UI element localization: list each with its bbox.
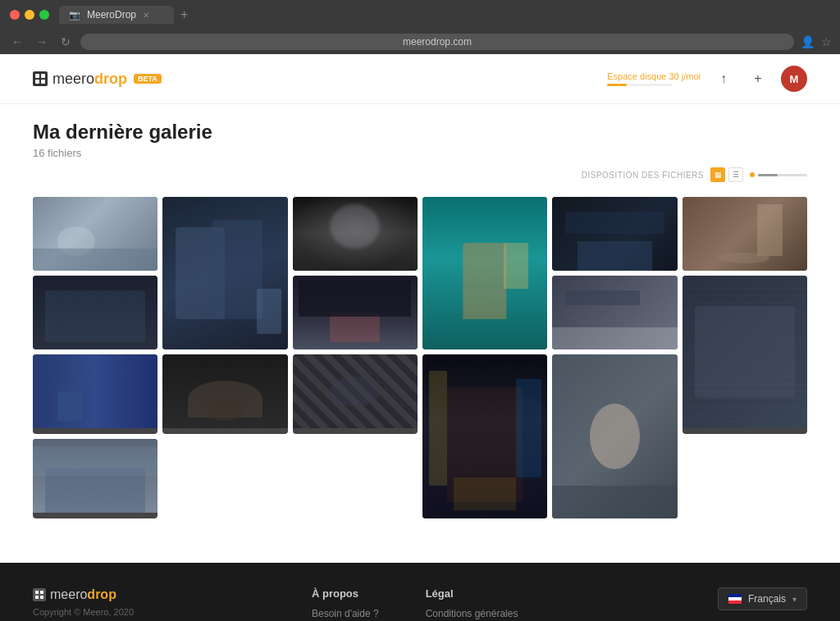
forward-button[interactable]: → (33, 34, 51, 50)
back-button[interactable]: ← (8, 34, 26, 50)
logo-text: meerodrop (52, 71, 127, 88)
footer-col1-heading: À propos (312, 587, 385, 600)
flag-icon-france (728, 594, 742, 604)
footer-links: À propos Besoin d'aide ? Découvrir Meero… (312, 587, 540, 621)
browser-titlebar: 📷 MeeroDrop ✕ + (0, 0, 840, 30)
svg-rect-1 (41, 74, 45, 78)
svg-rect-0 (35, 74, 39, 78)
zoom-slider[interactable] (758, 174, 807, 176)
footer-link-conditions[interactable]: Conditions générales (426, 608, 540, 619)
browser-dots (10, 10, 49, 20)
disposition-bar: DISPOSITION DES FICHIERS ▦ ☰ (0, 167, 840, 189)
footer-logo: meerodrop (33, 587, 134, 602)
disposition-icons: ▦ ☰ (710, 167, 743, 182)
chevron-down-icon: ▾ (792, 595, 797, 604)
gallery-item[interactable] (33, 276, 158, 349)
footer-brand: meerodrop Copyright © Meero, 2020 (33, 587, 134, 617)
footer-link-aide[interactable]: Besoin d'aide ? (312, 608, 385, 619)
avatar[interactable]: M (781, 66, 807, 92)
logo-meero: meero (52, 71, 94, 87)
storage-bar-fill (607, 84, 627, 86)
gallery-item[interactable] (682, 276, 807, 434)
gallery-item[interactable] (162, 354, 287, 434)
footer-copyright: Copyright © Meero, 2020 (33, 607, 134, 617)
site-footer: meerodrop Copyright © Meero, 2020 À prop… (0, 563, 840, 621)
tab-close-icon[interactable]: ✕ (143, 11, 149, 20)
gallery-item[interactable] (422, 354, 547, 518)
new-tab-button[interactable]: + (180, 7, 188, 22)
upload-icon: ↑ (720, 71, 727, 86)
tab-title: MeeroDrop (87, 9, 136, 21)
gallery-item[interactable] (33, 354, 158, 434)
add-button[interactable]: + (746, 67, 769, 90)
gallery-item[interactable] (422, 197, 547, 349)
storage-info: Espace disque 30 j/moi (607, 71, 701, 86)
logo-container: meerodrop BETA (33, 71, 162, 88)
footer-col-apropos: À propos Besoin d'aide ? Découvrir Meero… (312, 587, 385, 621)
footer-col-legal: Légal Conditions générales Mentions léga… (426, 587, 540, 621)
header-right: Espace disque 30 j/moi ↑ + M (607, 66, 807, 92)
plus-icon: + (754, 71, 761, 86)
page-wrapper: meerodrop BETA Espace disque 30 j/moi ↑ … (0, 54, 840, 563)
svg-rect-7 (40, 596, 43, 599)
svg-rect-4 (35, 591, 39, 594)
browser-icons: 👤 ☆ (801, 35, 832, 48)
browser-tab[interactable]: 📷 MeeroDrop ✕ (59, 6, 174, 24)
footer-logo-text: meerodrop (50, 587, 116, 602)
logo-drop: drop (94, 71, 127, 87)
logo-beta-badge: BETA (134, 74, 162, 84)
footer-logo-icon (33, 588, 46, 601)
site-header: meerodrop BETA Espace disque 30 j/moi ↑ … (0, 54, 840, 104)
tab-favicon: 📷 (69, 10, 80, 21)
svg-rect-2 (35, 80, 39, 84)
gallery-item[interactable] (33, 439, 158, 518)
dot-green[interactable] (39, 10, 49, 20)
profile-icon[interactable]: 👤 (801, 35, 815, 48)
browser-toolbar: ← → ↻ meerodrop.com 👤 ☆ (0, 30, 840, 54)
logo-icon (33, 71, 48, 86)
footer-logo-drop: drop (87, 587, 116, 601)
svg-rect-5 (40, 591, 43, 594)
grid-view-button[interactable]: ▦ (710, 167, 725, 182)
gallery-item[interactable] (293, 354, 418, 434)
svg-rect-3 (41, 80, 45, 84)
storage-bar (607, 84, 673, 86)
gallery-item[interactable] (293, 197, 418, 271)
zoom-indicator (750, 172, 755, 177)
language-dropdown[interactable]: Français ▾ (718, 587, 807, 610)
list-view-button[interactable]: ☰ (728, 167, 743, 182)
gallery-item[interactable] (552, 276, 677, 349)
gallery-item[interactable] (552, 354, 677, 518)
dot-yellow[interactable] (25, 10, 34, 20)
gallery-header: Ma dernière galerie 16 fichiers (0, 104, 840, 167)
dot-red[interactable] (10, 10, 20, 20)
gallery-item[interactable] (162, 197, 287, 349)
storage-text: Espace disque 30 j/moi (607, 71, 701, 81)
address-bar[interactable]: meerodrop.com (80, 34, 794, 50)
gallery-title: Ma dernière galerie (33, 121, 807, 144)
footer-logo-meero: meero (50, 587, 87, 601)
footer-language-selector[interactable]: Français ▾ (718, 587, 807, 610)
language-label: Français (748, 593, 786, 605)
gallery-item[interactable] (682, 197, 807, 271)
footer-col2-heading: Légal (426, 587, 540, 600)
disposition-label: DISPOSITION DES FICHIERS (582, 171, 704, 180)
gallery-item[interactable] (33, 197, 158, 271)
gallery-grid (0, 189, 840, 543)
zoom-control (750, 172, 807, 177)
refresh-button[interactable]: ↻ (57, 34, 74, 50)
upload-button[interactable]: ↑ (712, 67, 735, 90)
gallery-item[interactable] (293, 276, 418, 349)
bookmark-icon[interactable]: ☆ (821, 35, 832, 48)
gallery-count: 16 fichiers (33, 147, 807, 159)
svg-rect-6 (35, 596, 39, 599)
gallery-item[interactable] (552, 197, 677, 271)
